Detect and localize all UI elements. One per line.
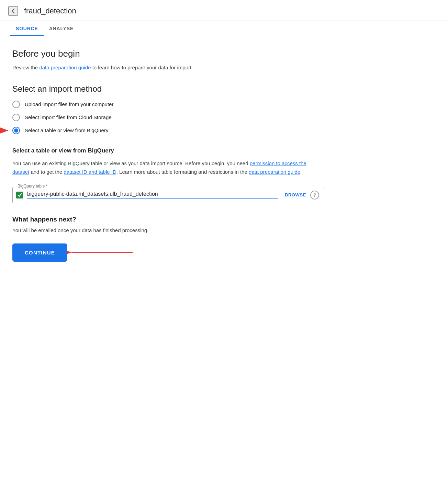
arrow-bigquery-radio [0, 122, 12, 139]
bigquery-table-field: BigQuery table * bigquery-public-data.ml… [12, 187, 324, 203]
radio-cloud[interactable] [12, 114, 20, 121]
tab-analyse[interactable]: ANALYSE [44, 21, 79, 36]
bigquery-checkbox [16, 192, 23, 198]
radio-option-cloud[interactable]: Select import files from Cloud Storage [12, 114, 324, 121]
radio-option-upload[interactable]: Upload import files from your computer [12, 101, 324, 108]
data-prep-guide-link-2[interactable]: data preparation guide [249, 169, 300, 175]
bigquery-section-title: Select a table or view from BigQuery [12, 147, 324, 154]
tab-bar: SOURCE ANALYSE [0, 21, 448, 36]
continue-area: CONTINUE [12, 243, 67, 262]
dataset-id-link[interactable]: dataset ID and table ID [64, 169, 116, 175]
import-method-radio-group: Upload import files from your computer S… [12, 101, 324, 134]
page-title: fraud_detection [24, 7, 76, 15]
data-prep-guide-link-1[interactable]: data preparation guide [39, 65, 91, 70]
radio-option-bigquery[interactable]: Select a table or view from BigQuery [12, 127, 324, 134]
back-button[interactable] [8, 6, 18, 16]
help-icon[interactable]: ? [310, 191, 319, 200]
back-icon [9, 7, 17, 15]
bigquery-field-value[interactable]: bigquery-public-data.ml_datasets.ulb_fra… [27, 191, 278, 199]
bigquery-field-label: BigQuery table * [16, 184, 49, 189]
what-next-desc: You will be emailed once your data has f… [12, 227, 324, 233]
radio-bigquery[interactable] [12, 127, 20, 134]
arrow-continue [67, 242, 136, 263]
what-next-title: What happens next? [12, 216, 324, 223]
radio-upload[interactable] [12, 101, 20, 108]
bigquery-desc: You can use an existing BigQuery table o… [12, 159, 322, 177]
continue-button[interactable]: CONTINUE [12, 243, 67, 262]
before-begin-text: Review the data preparation guide to lea… [12, 64, 324, 72]
import-method-title: Select an import method [12, 84, 324, 94]
browse-button[interactable]: BROWSE [285, 192, 306, 197]
before-begin-title: Before you begin [12, 48, 324, 59]
tab-source[interactable]: SOURCE [10, 21, 44, 36]
check-icon [17, 193, 22, 197]
